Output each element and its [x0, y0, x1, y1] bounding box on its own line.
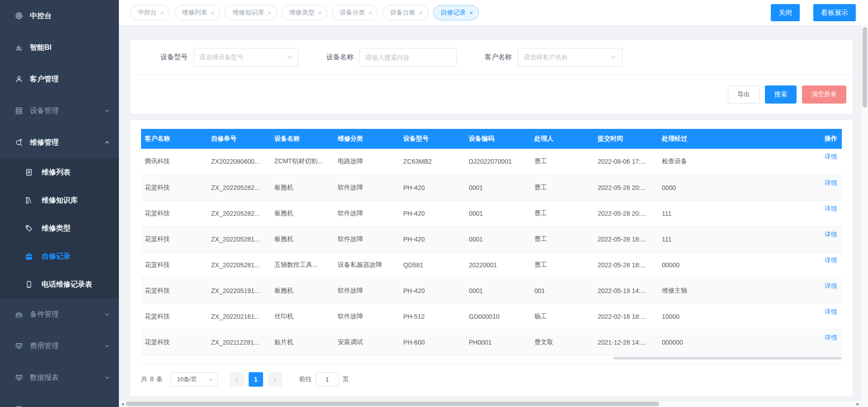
- sidebar-item-spare-parts-mgmt[interactable]: 备件管理: [0, 298, 119, 330]
- tab-device-ledger[interactable]: 设备台账×: [382, 5, 429, 20]
- tab-device-category[interactable]: 设备分类×: [332, 5, 378, 20]
- tab-self-repair-records[interactable]: 自修记录×: [433, 5, 479, 20]
- search-button[interactable]: 搜索: [765, 85, 797, 104]
- customer-name-select[interactable]: 请选择客户名称: [518, 48, 623, 67]
- close-button[interactable]: 关闭: [771, 4, 800, 21]
- table-cell: 20220001: [465, 252, 531, 278]
- table-row[interactable]: 花篮科技ZX_202202161...丝印机软件故障PH-512GD000010…: [141, 303, 842, 329]
- tab-close-icon[interactable]: ×: [368, 10, 372, 16]
- detail-link[interactable]: 详情: [825, 256, 837, 264]
- sidebar-submenu: 维修列表维修知识库维修类型自修记录电话维修记录表: [0, 158, 119, 298]
- tab-console[interactable]: 中控台×: [130, 5, 170, 20]
- table-row[interactable]: 花篮科技ZX_202205282...板翘机软件故障PH-4200001曹工20…: [141, 175, 842, 200]
- table-cell: GD000010: [465, 303, 531, 329]
- detail-link[interactable]: 详情: [825, 282, 837, 289]
- tab-close-icon[interactable]: ×: [211, 10, 215, 16]
- table-cell: 2022-05-28 18:...: [594, 226, 658, 252]
- table-cell: 软件故障: [334, 278, 400, 303]
- table-cell: 安装调试: [334, 329, 400, 355]
- sidebar-item-phone-repair-records[interactable]: 电话维修记录表: [0, 270, 119, 298]
- tab-close-icon[interactable]: ×: [419, 10, 423, 16]
- table-row[interactable]: 花篮科技ZX_202205281...板翘机软件故障PH-4200001曹工20…: [141, 226, 842, 252]
- sidebar-item-console[interactable]: 中控台: [0, 0, 119, 32]
- page-number-current[interactable]: 1: [249, 372, 263, 387]
- detail-link[interactable]: 详情: [825, 179, 837, 186]
- select-placeholder: 请选择客户名称: [524, 53, 610, 62]
- tab-repair-list[interactable]: 维修列表×: [175, 5, 221, 20]
- sidebar-item-self-repair-records[interactable]: 自修记录: [0, 242, 119, 270]
- table-cell: ZX_202202161...: [208, 303, 271, 329]
- sidebar-item-repair-list[interactable]: 维修列表: [0, 158, 119, 186]
- tab-close-icon[interactable]: ×: [470, 10, 473, 16]
- repair-list-icon: [25, 168, 33, 176]
- tab-label: 自修记录: [441, 9, 466, 17]
- prev-page-button[interactable]: [230, 372, 244, 387]
- detail-link[interactable]: 详情: [825, 231, 837, 238]
- device-name-input[interactable]: [365, 54, 451, 61]
- export-button[interactable]: 导出: [728, 85, 760, 104]
- actions-cell: 详情: [807, 329, 842, 355]
- customer-name-filter: 客户名称请选择客户名称: [485, 48, 623, 67]
- vertical-scrollbar[interactable]: [861, 26, 868, 400]
- table-panel: 客户名称自修单号设备名称维修分类设备型号设备编码处理人提交时间处理经过操作 腾讯…: [130, 120, 853, 396]
- actions-cell: 详情: [807, 303, 842, 329]
- vertical-scrollbar-thumb[interactable]: [863, 27, 867, 108]
- table-row[interactable]: 腾讯科技ZX2022080600...ZCMT铝材切割...电路故障ZC63MB…: [141, 149, 842, 175]
- table-cell: 10000: [658, 303, 807, 329]
- tab-repair-knowledge[interactable]: 维修知识库×: [225, 5, 277, 20]
- detail-link[interactable]: 详情: [825, 334, 837, 341]
- table-cell: 花篮科技: [141, 278, 208, 303]
- sidebar-item-cost-mgmt[interactable]: 费用管理: [0, 330, 119, 362]
- table-cell: 曹工: [531, 149, 594, 175]
- goto-label: 前往: [299, 375, 312, 383]
- table-cell: 曹工: [531, 175, 594, 200]
- table-cell: ZX_202205282...: [208, 175, 271, 200]
- board-display-button[interactable]: 看板展示: [813, 4, 856, 21]
- tab-label: 设备台账: [390, 9, 415, 17]
- chevron-down-icon: [104, 312, 110, 317]
- sidebar-item-smart-bi[interactable]: 智能BI: [0, 32, 119, 63]
- actions-cell: 详情: [807, 175, 842, 200]
- sidebar-item-device-mgmt[interactable]: 设备管理: [0, 95, 119, 127]
- horizontal-scrollbar[interactable]: ◀ ▶: [119, 400, 861, 407]
- scroll-left-arrow-icon[interactable]: ◀: [119, 401, 126, 407]
- table-row[interactable]: 花篮科技ZX_202205282...板翘机软件故障PH-4200001曹工20…: [141, 200, 842, 226]
- sidebar-item-partial-bottom[interactable]: [0, 393, 119, 407]
- table-row[interactable]: 花篮科技ZX_202205191...板翘机软件故障PH-42000010012…: [141, 278, 842, 303]
- table-cell: 软件故障: [334, 175, 400, 200]
- scroll-right-arrow-icon[interactable]: ▶: [854, 401, 861, 407]
- next-page-button[interactable]: [268, 372, 282, 387]
- table-header-row: 客户名称自修单号设备名称维修分类设备型号设备编码处理人提交时间处理经过操作: [141, 129, 842, 149]
- detail-link[interactable]: 详情: [825, 308, 837, 315]
- tab-close-icon[interactable]: ×: [268, 10, 271, 16]
- table-horizontal-scrollbar-thumb[interactable]: [613, 357, 842, 360]
- table-cell: 板翘机: [271, 175, 334, 200]
- sidebar-item-repair-knowledge[interactable]: 维修知识库: [0, 186, 119, 214]
- goto-page-input[interactable]: [316, 372, 339, 387]
- detail-link[interactable]: 详情: [825, 205, 837, 212]
- sidebar-item-customer-mgmt[interactable]: 客户管理: [0, 63, 119, 95]
- tab-repair-type[interactable]: 维修类型×: [282, 5, 328, 20]
- tabbar-buttons: 关闭看板展示: [771, 4, 856, 21]
- tab-close-icon[interactable]: ×: [160, 10, 164, 16]
- device-model-select[interactable]: 请选择设备型号: [193, 48, 298, 67]
- table-row[interactable]: 花篮科技ZX_202112281...贴片机安装调试PH-600PH0001曹文…: [141, 329, 842, 355]
- sidebar-item-label: 客户管理: [30, 75, 110, 84]
- clear-all-button[interactable]: 清空所有: [802, 85, 846, 104]
- table-cell: 111: [658, 226, 807, 252]
- table-cell: 曹工: [531, 200, 594, 226]
- console-icon: [15, 12, 23, 20]
- tab-close-icon[interactable]: ×: [318, 10, 322, 16]
- horizontal-scrollbar-thumb[interactable]: [126, 402, 659, 406]
- detail-link[interactable]: 详情: [825, 153, 837, 160]
- actions-cell: 详情: [807, 149, 842, 175]
- goto-page-group: 前往 页: [299, 372, 349, 387]
- sidebar-menu: 中控台智能BI客户管理设备管理维修管理维修列表维修知识库维修类型自修记录电话维修…: [0, 0, 119, 407]
- table-row[interactable]: 花篮科技ZX_202205281...五轴数控工具...设备私服器故障QD581…: [141, 252, 842, 278]
- tab-label: 中控台: [138, 9, 157, 17]
- page-size-select[interactable]: 10条/页: [170, 372, 218, 387]
- sidebar-item-data-report[interactable]: 数据报表: [0, 362, 119, 393]
- table-cell: 曹工: [531, 252, 594, 278]
- sidebar-item-repair-type[interactable]: 维修类型: [0, 214, 119, 242]
- sidebar-item-repair-mgmt[interactable]: 维修管理: [0, 127, 119, 158]
